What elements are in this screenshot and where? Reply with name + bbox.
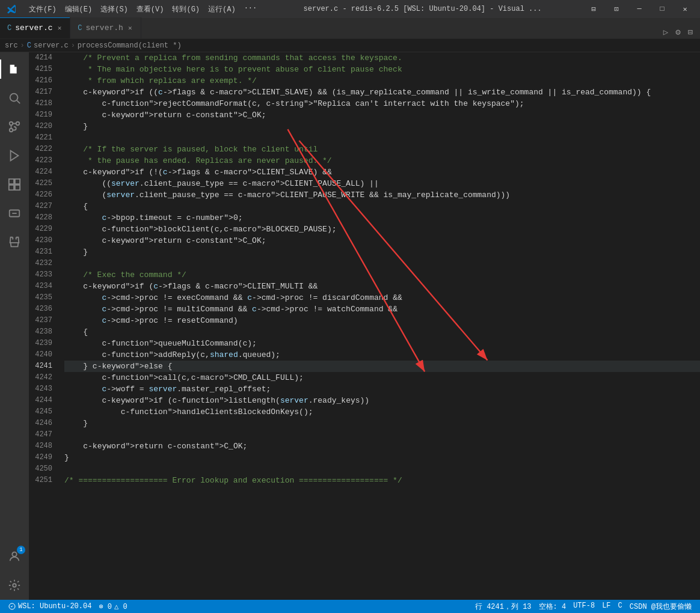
line-number: 4225: [29, 178, 57, 189]
menu-select[interactable]: 选择(S): [97, 3, 132, 16]
run-debug-icon[interactable]: [0, 141, 29, 170]
line-number: 4237: [29, 315, 57, 326]
line-number: 4251: [29, 475, 57, 486]
h-file-icon: C: [78, 24, 82, 32]
menu-goto[interactable]: 转到(G): [168, 3, 203, 16]
editor-wrapper: 4214421542164217421842194220422142224223…: [29, 52, 700, 600]
menu-view[interactable]: 查看(V): [133, 3, 168, 16]
code-line: }: [64, 246, 700, 258]
status-language[interactable]: C: [615, 602, 626, 610]
code-line: [64, 258, 700, 269]
code-line: c-keyword">return c-constant">C_OK;: [64, 109, 700, 121]
menu-run[interactable]: 运行(A): [204, 3, 239, 16]
code-line: c-keyword">if (c-function">listLength(se…: [64, 395, 700, 406]
layout-btn[interactable]: ⊟: [585, 3, 603, 15]
code-line: (server.client_pause_type == c-macro">CL…: [64, 189, 700, 201]
main-area: 1 42144215421642174218421942204221422242…: [0, 52, 700, 600]
code-line: {: [64, 201, 700, 212]
minimize-btn[interactable]: —: [630, 3, 648, 15]
line-number: 4247: [29, 429, 57, 441]
line-number: 4214: [29, 52, 57, 64]
code-editor[interactable]: 4214421542164217421842194220422142224223…: [29, 52, 700, 600]
line-number: 4217: [29, 87, 57, 98]
extensions-icon[interactable]: [0, 170, 29, 199]
line-number: 4227: [29, 201, 57, 212]
line-number: 4238: [29, 326, 57, 338]
layout-btn[interactable]: ⊟: [686, 26, 695, 38]
search-icon[interactable]: [0, 84, 29, 112]
status-eol[interactable]: LF: [598, 602, 614, 610]
remote-icon[interactable]: [0, 199, 29, 228]
split-btn[interactable]: ⊡: [607, 3, 625, 15]
code-line: c-function">blockClient(c,c-macro">BLOCK…: [64, 224, 700, 235]
tab-server-c[interactable]: C server.c ✕: [0, 17, 70, 38]
menu-bar: 文件(F) 编辑(E) 选择(S) 查看(V) 转到(G) 运行(A) ···: [25, 3, 260, 16]
code-line: c->cmd->proc != resetCommand): [64, 315, 700, 326]
status-errors[interactable]: ⊗ 0 △ 0: [95, 600, 130, 613]
line-number: 4215: [29, 64, 57, 75]
tab-label-server-c: server.c: [15, 23, 52, 32]
line-number: 4226: [29, 189, 57, 201]
explorer-icon[interactable]: [0, 55, 29, 84]
code-line: [64, 463, 700, 475]
line-number: 4228: [29, 212, 57, 224]
tab-close-server-h[interactable]: ✕: [127, 23, 134, 32]
source-control-icon[interactable]: [0, 112, 29, 141]
menu-file[interactable]: 文件(F): [25, 3, 60, 16]
svg-rect-2: [11, 72, 14, 72]
maximize-btn[interactable]: □: [653, 3, 671, 15]
code-content[interactable]: /* Prevent a replica from sending comman…: [62, 52, 700, 600]
code-line: [64, 132, 700, 144]
status-spaces[interactable]: 空格: 4: [535, 602, 570, 612]
status-wsl[interactable]: WSL: Ubuntu-20.04: [5, 600, 95, 613]
code-line: c-keyword">if (c->flags & c-macro">CLIEN…: [64, 281, 700, 292]
line-number: 4219: [29, 109, 57, 121]
close-btn[interactable]: ✕: [676, 3, 694, 15]
code-line: }: [64, 418, 700, 429]
menu-edit[interactable]: 编辑(E): [61, 3, 96, 16]
run-debug-btn[interactable]: ▷: [661, 26, 671, 38]
window-title: server.c - redis-6.2.5 [WSL: Ubuntu-20.0…: [260, 5, 585, 13]
activity-bottom: 1: [0, 542, 29, 600]
account-icon[interactable]: 1: [0, 542, 29, 571]
vscode-logo: [6, 3, 18, 15]
c-file-icon: C: [7, 24, 11, 32]
breadcrumb-func[interactable]: processCommand(client *): [78, 41, 182, 50]
breadcrumb-file[interactable]: server.c: [34, 41, 69, 50]
status-bar: WSL: Ubuntu-20.04 ⊗ 0 △ 0 行 4241，列 13 空格…: [0, 600, 700, 613]
code-line: * The main objective here is to prevent …: [64, 64, 700, 75]
line-number: 4235: [29, 292, 57, 303]
line-number: 4220: [29, 121, 57, 132]
breadcrumb-src[interactable]: src: [5, 41, 18, 50]
tab-close-server-c[interactable]: ✕: [57, 23, 63, 32]
menu-more[interactable]: ···: [241, 3, 261, 16]
status-encoding[interactable]: UTF-8: [570, 602, 598, 610]
svg-rect-0: [11, 68, 16, 69]
status-line-col[interactable]: 行 4241，列 13: [471, 602, 535, 612]
line-number: 4243: [29, 383, 57, 395]
tab-label-server-h: server.h: [85, 23, 123, 32]
code-line: c->woff = server.master_repl_offset;: [64, 383, 700, 395]
line-number: 4229: [29, 224, 57, 235]
window-controls: ⊟ ⊡ — □ ✕: [585, 3, 694, 15]
code-line: /* =================== Error lookup and …: [64, 475, 700, 486]
code-line: /* Exec the command */: [64, 269, 700, 281]
title-bar: 文件(F) 编辑(E) 选择(S) 查看(V) 转到(G) 运行(A) ··· …: [0, 0, 700, 18]
code-line: /* If the server is paused, block the cl…: [64, 144, 700, 155]
code-line: c-keyword">if ((c->flags & c-macro">CLIE…: [64, 87, 700, 98]
line-number: 4240: [29, 349, 57, 361]
line-number: 4233: [29, 269, 57, 281]
code-line: /* Prevent a replica from sending comman…: [64, 52, 700, 64]
line-number: 4224: [29, 166, 57, 178]
svg-point-5: [10, 122, 13, 126]
line-number: 4231: [29, 246, 57, 258]
code-line: c-function">handleClientsBlockedOnKeys()…: [64, 406, 700, 418]
svg-point-16: [13, 584, 16, 587]
code-line: c-keyword">return c-constant">C_OK;: [64, 235, 700, 246]
svg-marker-8: [11, 151, 19, 161]
line-number: 4242: [29, 372, 57, 383]
testing-icon[interactable]: [0, 228, 29, 257]
settings-icon[interactable]: [0, 571, 29, 600]
settings-btn[interactable]: ⚙: [673, 26, 683, 38]
tab-server-h[interactable]: C server.h ✕: [70, 17, 141, 38]
